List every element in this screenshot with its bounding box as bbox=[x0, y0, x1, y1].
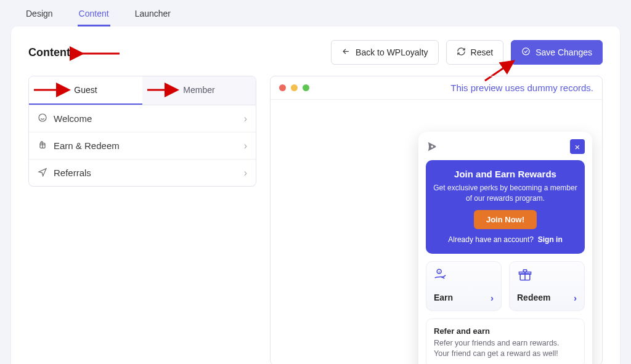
send-icon bbox=[38, 167, 47, 179]
chevron-right-icon: › bbox=[244, 168, 247, 179]
redeem-label: Redeem bbox=[517, 293, 550, 302]
rewards-widget: × Join and Earn Rewards Get exclusive pe… bbox=[418, 132, 592, 364]
accordion-referrals[interactable]: Referrals › bbox=[29, 160, 256, 186]
tab-launcher[interactable]: Launcher bbox=[134, 5, 172, 26]
accordion-list: Welcome › Earn & Redeem › Referrals bbox=[28, 105, 256, 187]
chevron-right-icon: › bbox=[244, 113, 247, 124]
reset-button[interactable]: Reset bbox=[446, 40, 504, 65]
preview-header: This preview uses dummy records. bbox=[271, 76, 602, 100]
content-panel: Content Back to WPLoyalty Reset bbox=[11, 26, 620, 364]
signin-link[interactable]: Sign in bbox=[538, 235, 563, 244]
refresh-icon bbox=[457, 47, 466, 58]
refer-card[interactable]: Refer and earn Refer your friends and ea… bbox=[426, 318, 585, 364]
top-tabs: Design Content Launcher bbox=[0, 0, 631, 26]
accordion-earn-redeem[interactable]: Earn & Redeem › bbox=[29, 132, 256, 160]
join-button[interactable]: Join Now! bbox=[474, 210, 537, 229]
close-icon: × bbox=[575, 142, 580, 152]
window-dot-red bbox=[279, 84, 286, 91]
sub-tabs: Guest Member bbox=[28, 76, 256, 105]
action-bar: Back to WPLoyalty Reset Save Changes bbox=[331, 40, 603, 65]
redeem-tile[interactable]: Redeem› bbox=[509, 261, 585, 311]
refer-body: Refer your friends and earn rewards. You… bbox=[434, 338, 577, 360]
svg-point-6 bbox=[39, 114, 46, 121]
signin-prompt: Already have an account? bbox=[448, 235, 534, 244]
arrow-left-icon bbox=[341, 47, 351, 58]
back-button-label: Back to WPLoyalty bbox=[356, 47, 428, 57]
smile-icon bbox=[38, 113, 47, 124]
svg-point-8 bbox=[431, 145, 433, 148]
chevron-right-icon: › bbox=[574, 293, 577, 303]
hero-title: Join and Earn Rewards bbox=[433, 169, 577, 179]
page-title: Content bbox=[28, 46, 70, 59]
gift-icon bbox=[517, 273, 533, 283]
window-dot-yellow bbox=[291, 84, 298, 91]
gift-icon bbox=[38, 140, 47, 152]
hero-subtitle: Get exclusive perks by becoming a member… bbox=[433, 183, 577, 204]
header-row: Content Back to WPLoyalty Reset bbox=[11, 26, 620, 76]
arrow-annotation bbox=[78, 47, 121, 62]
earn-label: Earn bbox=[434, 293, 453, 302]
right-column: This preview uses dummy records. × Join … bbox=[270, 76, 603, 364]
svg-point-2 bbox=[523, 48, 529, 55]
save-button-label: Save Changes bbox=[535, 47, 592, 57]
reset-button-label: Reset bbox=[471, 47, 494, 57]
window-dots bbox=[279, 84, 309, 91]
refer-title: Refer and earn bbox=[434, 326, 577, 336]
chevron-right-icon: › bbox=[491, 293, 494, 303]
widget-hero: Join and Earn Rewards Get exclusive perk… bbox=[426, 160, 585, 254]
signin-row: Already have an account? Sign in bbox=[433, 235, 577, 244]
tab-content[interactable]: Content bbox=[78, 5, 110, 26]
brand-logo-icon bbox=[426, 140, 439, 153]
sub-tab-guest[interactable]: Guest bbox=[29, 76, 142, 105]
preview-window: This preview uses dummy records. × Join … bbox=[270, 76, 603, 364]
accordion-earn-redeem-label: Earn & Redeem bbox=[54, 140, 120, 151]
tab-design[interactable]: Design bbox=[25, 5, 54, 26]
earn-tile[interactable]: $ Earn› bbox=[426, 261, 502, 311]
window-dot-green bbox=[303, 84, 309, 91]
accordion-referrals-label: Referrals bbox=[54, 168, 91, 178]
accordion-welcome-label: Welcome bbox=[54, 113, 92, 124]
hand-coin-icon: $ bbox=[434, 273, 450, 283]
close-widget-button[interactable]: × bbox=[570, 139, 585, 154]
chevron-right-icon: › bbox=[244, 140, 247, 152]
save-button[interactable]: Save Changes bbox=[511, 40, 603, 65]
check-circle-icon bbox=[521, 47, 531, 58]
back-button[interactable]: Back to WPLoyalty bbox=[331, 40, 439, 65]
accordion-welcome[interactable]: Welcome › bbox=[29, 105, 256, 132]
sub-tab-member[interactable]: Member bbox=[142, 76, 256, 105]
preview-note: This preview uses dummy records. bbox=[450, 83, 593, 93]
left-column: Guest Member Welcome › bbox=[28, 76, 256, 364]
svg-text:$: $ bbox=[438, 270, 440, 273]
